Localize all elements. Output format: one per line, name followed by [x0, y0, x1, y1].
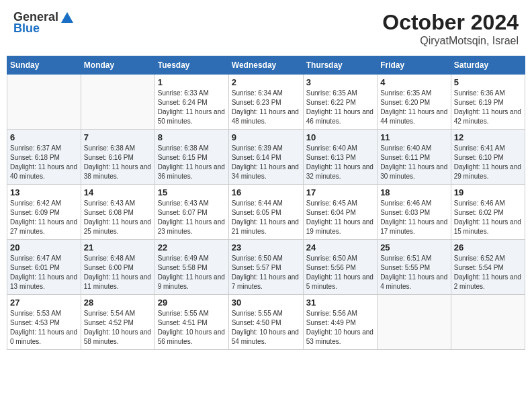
day-number: 22: [158, 242, 226, 253]
day-info: Sunrise: 6:40 AMSunset: 6:13 PMDaylight:…: [306, 144, 374, 181]
calendar-cell: 21Sunrise: 6:48 AMSunset: 6:00 PMDayligh…: [81, 240, 154, 295]
weekday-header-row: SundayMondayTuesdayWednesdayThursdayFrid…: [7, 56, 525, 75]
calendar-cell: 1Sunrise: 6:33 AMSunset: 6:24 PMDaylight…: [154, 75, 228, 130]
day-info: Sunrise: 6:35 AMSunset: 6:20 PMDaylight:…: [380, 89, 448, 126]
month-title: October 2024: [382, 10, 519, 35]
weekday-tuesday: Tuesday: [154, 56, 228, 75]
calendar-cell: 25Sunrise: 6:51 AMSunset: 5:55 PMDayligh…: [378, 240, 451, 295]
day-info: Sunrise: 5:53 AMSunset: 4:53 PMDaylight:…: [10, 309, 78, 347]
day-info: Sunrise: 6:46 AMSunset: 6:03 PMDaylight:…: [380, 199, 448, 236]
calendar-cell: 10Sunrise: 6:40 AMSunset: 6:13 PMDayligh…: [303, 130, 377, 185]
day-number: 30: [232, 298, 300, 308]
calendar-cell: 19Sunrise: 6:46 AMSunset: 6:02 PMDayligh…: [451, 185, 525, 240]
logo-blue-text: Blue: [13, 21, 40, 36]
day-info: Sunrise: 6:47 AMSunset: 6:01 PMDaylight:…: [10, 254, 78, 291]
day-number: 10: [306, 132, 374, 142]
day-number: 20: [10, 242, 78, 253]
calendar-cell: [378, 295, 451, 350]
title-section: October 2024 QiryatMotsqin, Israel: [382, 10, 519, 47]
day-info: Sunrise: 6:40 AMSunset: 6:11 PMDaylight:…: [380, 144, 448, 181]
calendar-cell: [7, 75, 81, 130]
day-number: 25: [380, 242, 448, 253]
day-number: 6: [10, 132, 78, 142]
day-info: Sunrise: 6:48 AMSunset: 6:00 PMDaylight:…: [84, 254, 152, 291]
calendar-cell: 16Sunrise: 6:44 AMSunset: 6:05 PMDayligh…: [228, 185, 303, 240]
logo-icon: [60, 11, 75, 24]
day-info: Sunrise: 6:43 AMSunset: 6:07 PMDaylight:…: [158, 199, 226, 236]
calendar-week-5: 27Sunrise: 5:53 AMSunset: 4:53 PMDayligh…: [7, 295, 525, 350]
day-number: 5: [454, 77, 522, 87]
calendar-cell: 23Sunrise: 6:50 AMSunset: 5:57 PMDayligh…: [228, 240, 303, 295]
location-title: QiryatMotsqin, Israel: [382, 35, 519, 47]
day-number: 4: [380, 77, 448, 87]
day-number: 28: [84, 298, 152, 308]
calendar-cell: 2Sunrise: 6:34 AMSunset: 6:23 PMDaylight…: [228, 75, 303, 130]
day-number: 9: [232, 132, 300, 142]
calendar-cell: 28Sunrise: 5:54 AMSunset: 4:52 PMDayligh…: [81, 295, 154, 350]
calendar-cell: 15Sunrise: 6:43 AMSunset: 6:07 PMDayligh…: [154, 185, 228, 240]
day-number: 15: [158, 187, 226, 197]
day-number: 1: [158, 77, 226, 87]
calendar-cell: 18Sunrise: 6:46 AMSunset: 6:03 PMDayligh…: [378, 185, 451, 240]
day-number: 8: [158, 132, 226, 142]
day-number: 7: [84, 132, 152, 142]
day-info: Sunrise: 6:51 AMSunset: 5:55 PMDaylight:…: [380, 254, 448, 291]
calendar-cell: 20Sunrise: 6:47 AMSunset: 6:01 PMDayligh…: [7, 240, 81, 295]
day-info: Sunrise: 6:46 AMSunset: 6:02 PMDaylight:…: [454, 199, 522, 236]
weekday-thursday: Thursday: [303, 56, 377, 75]
day-info: Sunrise: 6:45 AMSunset: 6:04 PMDaylight:…: [306, 199, 374, 236]
calendar-week-1: 1Sunrise: 6:33 AMSunset: 6:24 PMDaylight…: [7, 75, 525, 130]
day-info: Sunrise: 6:52 AMSunset: 5:54 PMDaylight:…: [454, 254, 522, 291]
day-info: Sunrise: 6:50 AMSunset: 5:56 PMDaylight:…: [306, 254, 374, 291]
day-number: 27: [10, 298, 78, 308]
weekday-saturday: Saturday: [451, 56, 525, 75]
calendar-cell: 14Sunrise: 6:43 AMSunset: 6:08 PMDayligh…: [81, 185, 154, 240]
day-number: 23: [232, 242, 300, 253]
calendar-cell: [81, 75, 154, 130]
weekday-friday: Friday: [378, 56, 451, 75]
calendar-cell: 11Sunrise: 6:40 AMSunset: 6:11 PMDayligh…: [378, 130, 451, 185]
weekday-monday: Monday: [81, 56, 154, 75]
calendar-cell: [451, 295, 525, 350]
day-info: Sunrise: 5:54 AMSunset: 4:52 PMDaylight:…: [84, 309, 152, 347]
svg-marker-0: [61, 12, 73, 23]
day-number: 21: [84, 242, 152, 253]
calendar-cell: 30Sunrise: 5:55 AMSunset: 4:50 PMDayligh…: [228, 295, 303, 350]
day-info: Sunrise: 6:44 AMSunset: 6:05 PMDaylight:…: [232, 199, 300, 236]
day-info: Sunrise: 6:33 AMSunset: 6:24 PMDaylight:…: [158, 89, 226, 126]
day-info: Sunrise: 6:41 AMSunset: 6:10 PMDaylight:…: [454, 144, 522, 181]
calendar-cell: 5Sunrise: 6:36 AMSunset: 6:19 PMDaylight…: [451, 75, 525, 130]
weekday-sunday: Sunday: [7, 56, 81, 75]
calendar-cell: 13Sunrise: 6:42 AMSunset: 6:09 PMDayligh…: [7, 185, 81, 240]
day-number: 29: [158, 298, 226, 308]
day-number: 26: [454, 242, 522, 253]
calendar-cell: 17Sunrise: 6:45 AMSunset: 6:04 PMDayligh…: [303, 185, 377, 240]
day-number: 11: [380, 132, 448, 142]
day-number: 16: [232, 187, 300, 197]
day-info: Sunrise: 6:43 AMSunset: 6:08 PMDaylight:…: [84, 199, 152, 236]
day-number: 31: [306, 298, 374, 308]
day-info: Sunrise: 6:38 AMSunset: 6:15 PMDaylight:…: [158, 144, 226, 181]
day-number: 14: [84, 187, 152, 197]
day-number: 18: [380, 187, 448, 197]
calendar-cell: 8Sunrise: 6:38 AMSunset: 6:15 PMDaylight…: [154, 130, 228, 185]
day-info: Sunrise: 6:34 AMSunset: 6:23 PMDaylight:…: [232, 89, 300, 126]
day-info: Sunrise: 6:42 AMSunset: 6:09 PMDaylight:…: [10, 199, 78, 236]
day-number: 17: [306, 187, 374, 197]
day-info: Sunrise: 6:35 AMSunset: 6:22 PMDaylight:…: [306, 89, 374, 126]
calendar-cell: 6Sunrise: 6:37 AMSunset: 6:18 PMDaylight…: [7, 130, 81, 185]
calendar-cell: 31Sunrise: 5:56 AMSunset: 4:49 PMDayligh…: [303, 295, 377, 350]
day-number: 3: [306, 77, 374, 87]
calendar-cell: 7Sunrise: 6:38 AMSunset: 6:16 PMDaylight…: [81, 130, 154, 185]
day-info: Sunrise: 6:38 AMSunset: 6:16 PMDaylight:…: [84, 144, 152, 181]
day-info: Sunrise: 6:37 AMSunset: 6:18 PMDaylight:…: [10, 144, 78, 181]
logo: General Blue: [13, 10, 75, 36]
day-info: Sunrise: 6:49 AMSunset: 5:58 PMDaylight:…: [158, 254, 226, 291]
day-number: 12: [454, 132, 522, 142]
calendar-week-4: 20Sunrise: 6:47 AMSunset: 6:01 PMDayligh…: [7, 240, 525, 295]
day-number: 24: [306, 242, 374, 253]
day-info: Sunrise: 5:56 AMSunset: 4:49 PMDaylight:…: [306, 309, 374, 347]
calendar-cell: 22Sunrise: 6:49 AMSunset: 5:58 PMDayligh…: [154, 240, 228, 295]
page-header: General Blue October 2024 QiryatMotsqin,…: [7, 7, 525, 50]
calendar-week-3: 13Sunrise: 6:42 AMSunset: 6:09 PMDayligh…: [7, 185, 525, 240]
